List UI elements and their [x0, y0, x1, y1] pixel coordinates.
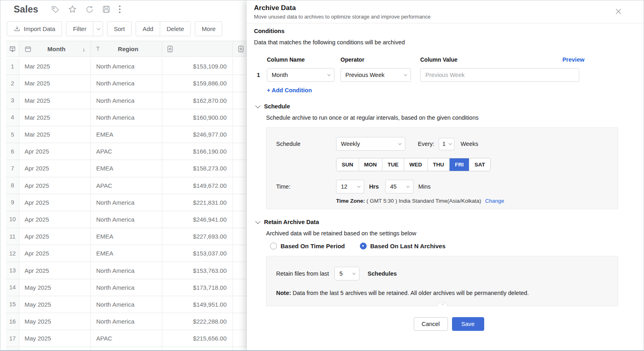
- select-all-corner[interactable]: [6, 41, 19, 57]
- cell-region[interactable]: EMEA: [91, 126, 162, 143]
- cell-extra[interactable]: [233, 160, 247, 177]
- cell-region[interactable]: North America: [91, 75, 162, 92]
- cell-month[interactable]: Apr 2025: [19, 228, 91, 245]
- column-header-revenue[interactable]: [162, 41, 233, 57]
- column-header-month[interactable]: Month ↓: [19, 41, 91, 57]
- weekday-sat-button[interactable]: SAT: [469, 158, 490, 171]
- cell-extra[interactable]: [233, 313, 247, 330]
- sort-button[interactable]: Sort: [107, 21, 132, 36]
- import-data-button[interactable]: Import Data: [7, 21, 62, 36]
- delete-button[interactable]: Delete: [160, 22, 190, 36]
- schedule-collapse-icon[interactable]: [255, 103, 260, 108]
- cell-extra[interactable]: [233, 58, 247, 75]
- cell-month[interactable]: Mar 2025: [19, 109, 91, 126]
- cell-extra[interactable]: [233, 330, 247, 347]
- cell-month[interactable]: Mar 2025: [19, 58, 91, 75]
- cell-region[interactable]: APAC: [91, 330, 162, 347]
- column-header-extra[interactable]: [233, 41, 247, 57]
- condition-value-input[interactable]: [420, 68, 579, 82]
- table-cell[interactable]: [19, 347, 91, 351]
- cell-revenue[interactable]: $159,886.00: [162, 75, 233, 92]
- table-cell[interactable]: [91, 347, 162, 351]
- save-button[interactable]: Save: [452, 317, 484, 331]
- cell-revenue[interactable]: $149,672.00: [162, 177, 233, 194]
- filter-dropdown-button[interactable]: [93, 22, 103, 36]
- cell-revenue[interactable]: $153,109.00: [162, 58, 233, 75]
- cell-month[interactable]: Mar 2025: [19, 92, 91, 109]
- save-icon[interactable]: [102, 5, 110, 13]
- cell-region[interactable]: EMEA: [91, 228, 162, 245]
- cell-revenue[interactable]: $160,900.00: [162, 109, 233, 126]
- filter-button[interactable]: Filter: [66, 22, 93, 36]
- cell-extra[interactable]: [233, 296, 247, 313]
- timezone-change-link[interactable]: Change: [485, 198, 504, 204]
- weekday-mon-button[interactable]: MON: [359, 158, 383, 171]
- cell-revenue[interactable]: $246,977.00: [162, 126, 233, 143]
- cell-revenue[interactable]: $215,656.00: [162, 330, 233, 347]
- cell-revenue[interactable]: $246,941.00: [162, 211, 233, 228]
- column-header-region[interactable]: T Region: [91, 41, 162, 57]
- cell-month[interactable]: May 2025: [19, 296, 91, 313]
- cell-region[interactable]: EMEA: [91, 245, 162, 262]
- cell-region[interactable]: North America: [91, 194, 162, 211]
- cell-extra[interactable]: [233, 194, 247, 211]
- cell-month[interactable]: Mar 2025: [19, 75, 91, 92]
- cell-month[interactable]: Apr 2025: [19, 160, 91, 177]
- cell-revenue[interactable]: $153,763.00: [162, 262, 233, 279]
- cell-region[interactable]: North America: [91, 296, 162, 313]
- cell-revenue[interactable]: $166,190.00: [162, 143, 233, 160]
- cell-region[interactable]: North America: [91, 211, 162, 228]
- cell-revenue[interactable]: $221,831.00: [162, 194, 233, 211]
- cell-month[interactable]: Mar 2025: [19, 126, 91, 143]
- retain-option-based-on-time-period[interactable]: Based On Time Period: [270, 243, 345, 249]
- cell-extra[interactable]: [233, 92, 247, 109]
- cell-region[interactable]: North America: [91, 313, 162, 330]
- cell-revenue[interactable]: $227,693.00: [162, 228, 233, 245]
- refresh-icon[interactable]: [85, 5, 94, 14]
- weekday-sun-button[interactable]: SUN: [336, 158, 359, 171]
- cell-extra[interactable]: [233, 75, 247, 92]
- weekday-fri-button[interactable]: FRI: [450, 158, 469, 171]
- kebab-menu-icon[interactable]: [119, 5, 121, 13]
- cell-month[interactable]: Apr 2025: [19, 194, 91, 211]
- cell-month[interactable]: Apr 2025: [19, 143, 91, 160]
- add-button[interactable]: Add: [136, 22, 160, 36]
- more-button[interactable]: More: [195, 21, 222, 36]
- cell-region[interactable]: North America: [91, 262, 162, 279]
- cell-month[interactable]: Apr 2025: [19, 245, 91, 262]
- cell-region[interactable]: EMEA: [91, 160, 162, 177]
- table-cell[interactable]: [162, 347, 233, 351]
- star-icon[interactable]: [68, 5, 77, 14]
- cell-extra[interactable]: [233, 228, 247, 245]
- cell-month[interactable]: May 2025: [19, 313, 91, 330]
- cell-month[interactable]: Apr 2025: [19, 211, 91, 228]
- cell-revenue[interactable]: $162,870.00: [162, 92, 233, 109]
- cell-revenue[interactable]: $153,037.00: [162, 245, 233, 262]
- cell-region[interactable]: North America: [91, 92, 162, 109]
- cell-extra[interactable]: [233, 143, 247, 160]
- cell-extra[interactable]: [233, 109, 247, 126]
- cell-region[interactable]: North America: [91, 279, 162, 296]
- cell-extra[interactable]: [233, 279, 247, 296]
- every-select[interactable]: 1: [439, 138, 454, 150]
- cell-region[interactable]: North America: [91, 58, 162, 75]
- table-cell[interactable]: [233, 347, 247, 351]
- cell-month[interactable]: Apr 2025: [19, 177, 91, 194]
- condition-operator-select[interactable]: Previous Week: [341, 68, 411, 82]
- cell-revenue[interactable]: $149,951.00: [162, 296, 233, 313]
- cell-month[interactable]: Apr 2025: [19, 262, 91, 279]
- preview-link[interactable]: Preview: [562, 56, 584, 63]
- cell-revenue[interactable]: $173,718.00: [162, 279, 233, 296]
- cell-extra[interactable]: [233, 262, 247, 279]
- cell-extra[interactable]: [233, 126, 247, 143]
- cell-month[interactable]: May 2025: [19, 279, 91, 296]
- cell-region[interactable]: APAC: [91, 143, 162, 160]
- retain-option-based-on-last-n-archives[interactable]: Based On Last N Archives: [360, 243, 446, 249]
- minutes-select[interactable]: 45: [385, 180, 413, 193]
- cancel-button[interactable]: Cancel: [414, 317, 448, 331]
- cell-revenue[interactable]: $158,273.00: [162, 160, 233, 177]
- cell-region[interactable]: APAC: [91, 177, 162, 194]
- sort-desc-icon[interactable]: ↓: [83, 46, 86, 52]
- condition-column-select[interactable]: Month: [267, 68, 334, 82]
- hours-select[interactable]: 12: [336, 180, 364, 193]
